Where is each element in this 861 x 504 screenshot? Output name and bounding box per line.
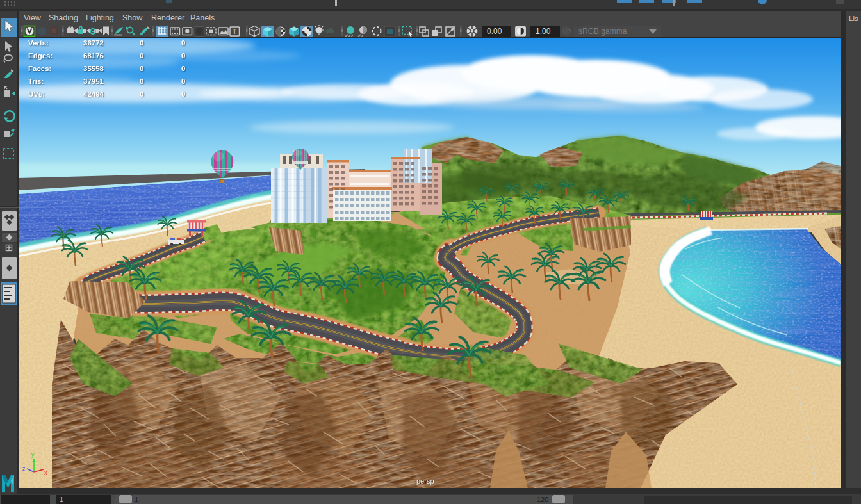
svg-text:68176: 68176 bbox=[83, 52, 104, 60]
svg-text:0: 0 bbox=[181, 65, 185, 72]
svg-text:0: 0 bbox=[181, 90, 185, 98]
svg-text:persp: persp bbox=[416, 477, 434, 485]
svg-text:1.00: 1.00 bbox=[536, 27, 551, 36]
svg-text:1: 1 bbox=[135, 496, 138, 503]
svg-text:T: T bbox=[233, 28, 237, 35]
svg-text:sRGB gamma: sRGB gamma bbox=[578, 27, 627, 36]
svg-text:120: 120 bbox=[537, 496, 548, 503]
svg-text:y: y bbox=[31, 451, 35, 458]
svg-text:Edges:: Edges: bbox=[28, 52, 53, 60]
svg-text:0: 0 bbox=[140, 39, 144, 47]
svg-text:HD: HD bbox=[563, 28, 571, 35]
svg-text:1: 1 bbox=[60, 496, 63, 503]
svg-text:0: 0 bbox=[140, 65, 144, 72]
svg-text:0: 0 bbox=[140, 90, 144, 98]
svg-text:0.00: 0.00 bbox=[487, 27, 502, 36]
svg-text:0: 0 bbox=[181, 52, 185, 60]
svg-text:0: 0 bbox=[140, 52, 144, 60]
svg-text:UVs:: UVs: bbox=[28, 90, 45, 98]
svg-text:35558: 35558 bbox=[83, 65, 104, 72]
svg-text:Faces:: Faces: bbox=[28, 65, 51, 72]
svg-text:z: z bbox=[22, 466, 26, 472]
svg-text:Verts:: Verts: bbox=[28, 39, 49, 47]
svg-text:37951: 37951 bbox=[83, 77, 104, 85]
svg-text:x: x bbox=[44, 469, 47, 476]
svg-text:0: 0 bbox=[181, 77, 185, 85]
svg-text:0: 0 bbox=[181, 39, 185, 47]
svg-text:0: 0 bbox=[140, 77, 144, 85]
svg-text:36772: 36772 bbox=[83, 39, 104, 47]
svg-text:42494: 42494 bbox=[83, 90, 104, 98]
svg-text:Tris:: Tris: bbox=[28, 77, 44, 85]
